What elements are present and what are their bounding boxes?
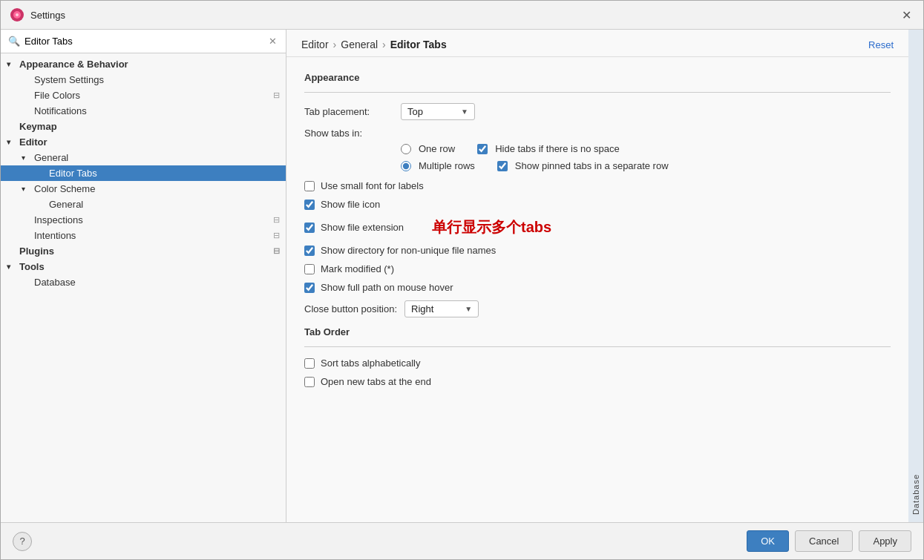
show-file-icon-label: Show file icon: [321, 199, 380, 210]
mark-modified-label: Mark modified (*): [321, 263, 394, 274]
tree-arrow-tools: ▾: [7, 263, 17, 271]
sidebar-item-notifications[interactable]: Notifications: [1, 103, 286, 119]
show-full-path-label: Show full path on mouse hover: [321, 282, 453, 293]
sidebar-item-file-colors[interactable]: File Colors ⊟: [1, 88, 286, 103]
title-bar: Settings ✕: [1, 1, 923, 30]
reset-link[interactable]: Reset: [868, 39, 894, 50]
help-button[interactable]: ?: [13, 532, 32, 551]
sidebar-label-system-settings: System Settings: [34, 74, 104, 85]
sidebar-item-color-scheme-general[interactable]: General: [1, 197, 286, 212]
sidebar-label-appearance-behavior: Appearance & Behavior: [19, 59, 128, 70]
close-button-position-row: Close button position: Right ▼: [304, 300, 891, 317]
show-tabs-in-row: Show tabs in:: [304, 128, 891, 139]
right-edge-bar: Database: [908, 30, 923, 522]
sidebar-item-plugins[interactable]: Plugins ⊟: [1, 243, 286, 259]
sort-tabs-label: Sort tabs alphabetically: [321, 358, 420, 369]
show-full-path-row: Show full path on mouse hover: [304, 282, 891, 293]
right-edge-label: Database: [911, 474, 920, 515]
pin-icon-plugins: ⊟: [273, 246, 280, 256]
sidebar-label-editor-tabs: Editor Tabs: [49, 168, 97, 179]
tab-placement-dropdown[interactable]: Top ▼: [401, 103, 475, 120]
breadcrumb-sep-2: ›: [382, 39, 386, 50]
show-file-extension-checkbox[interactable]: [304, 223, 315, 233]
sidebar-label-color-scheme-general: General: [49, 199, 83, 210]
open-new-tabs-row: Open new tabs at the end: [304, 376, 891, 387]
sidebar-item-editor-tabs[interactable]: Editor Tabs: [1, 165, 286, 181]
sidebar-label-intentions: Intentions: [34, 230, 76, 241]
breadcrumb: Editor › General › Editor Tabs: [301, 39, 447, 50]
show-pinned-label: Show pinned tabs in a separate row: [515, 160, 669, 171]
show-directory-checkbox[interactable]: [304, 246, 315, 256]
tab-placement-label: Tab placement:: [304, 106, 393, 117]
title-bar-left: Settings: [10, 7, 65, 22]
sidebar-label-tools: Tools: [19, 261, 45, 272]
sidebar-item-color-scheme[interactable]: ▾ Color Scheme: [1, 181, 286, 197]
ok-button[interactable]: OK: [747, 530, 789, 552]
show-file-extension-row: Show file extension 单行显示多个tabs: [304, 217, 891, 237]
tab-order-section-title: Tab Order: [304, 326, 891, 337]
search-input[interactable]: [24, 36, 263, 47]
search-icon: 🔍: [8, 36, 20, 47]
sidebar-item-database[interactable]: Database: [1, 274, 286, 290]
pin-icon-intentions: ⊟: [273, 231, 280, 240]
sort-tabs-checkbox[interactable]: [304, 358, 315, 369]
cancel-button[interactable]: Cancel: [795, 530, 853, 552]
mark-modified-row: Mark modified (*): [304, 263, 891, 274]
show-directory-row: Show directory for non-unique file names: [304, 245, 891, 256]
hide-tabs-label: Hide tabs if there is no space: [495, 143, 620, 154]
close-button-position-dropdown[interactable]: Right ▼: [404, 300, 479, 317]
sidebar-item-keymap[interactable]: Keymap: [1, 119, 286, 134]
one-row-label: One row: [419, 143, 455, 154]
main-body: 🔍 ✕ ▾ Appearance & Behavior System Setti…: [1, 30, 923, 522]
sidebar-label-plugins: Plugins: [19, 246, 54, 257]
breadcrumb-general: General: [341, 39, 378, 50]
multiple-rows-label: Multiple rows: [419, 160, 475, 171]
content-scroll: Appearance Tab placement: Top ▼ Show tab…: [286, 57, 908, 522]
hide-tabs-checkbox[interactable]: [477, 144, 488, 154]
close-button[interactable]: ✕: [898, 7, 914, 23]
show-full-path-checkbox[interactable]: [304, 283, 315, 293]
show-pinned-checkbox[interactable]: [497, 161, 508, 171]
tree-arrow-general: ▾: [22, 154, 32, 162]
sort-tabs-row: Sort tabs alphabetically: [304, 358, 891, 369]
sidebar-item-inspections[interactable]: Inspections ⊟: [1, 212, 286, 228]
search-bar: 🔍 ✕: [1, 30, 286, 53]
show-file-icon-checkbox[interactable]: [304, 200, 315, 210]
open-new-tabs-checkbox[interactable]: [304, 377, 315, 387]
tree-arrow-appearance: ▾: [7, 60, 17, 68]
sidebar-label-color-scheme: Color Scheme: [34, 183, 95, 194]
sidebar-item-system-settings[interactable]: System Settings: [1, 72, 286, 88]
close-button-arrow-icon: ▼: [465, 305, 472, 313]
show-file-extension-label: Show file extension: [321, 222, 404, 233]
show-file-icon-row: Show file icon: [304, 199, 891, 210]
appearance-divider: [304, 92, 891, 93]
open-new-tabs-label: Open new tabs at the end: [321, 376, 431, 387]
breadcrumb-editor: Editor: [301, 39, 329, 50]
one-row-radio[interactable]: [401, 144, 411, 154]
footer-left: ?: [13, 532, 32, 551]
settings-dialog: Settings ✕ 🔍 ✕ ▾ Appearance & Behavior S: [0, 0, 924, 560]
sidebar: 🔍 ✕ ▾ Appearance & Behavior System Setti…: [1, 30, 286, 522]
sidebar-item-tools[interactable]: ▾ Tools: [1, 259, 286, 274]
sidebar-item-general[interactable]: ▾ General: [1, 150, 286, 165]
sidebar-item-intentions[interactable]: Intentions ⊟: [1, 228, 286, 243]
use-small-font-checkbox[interactable]: [304, 181, 315, 191]
multiple-rows-radio[interactable]: [401, 161, 411, 171]
multiple-rows-radio-row: Multiple rows Show pinned tabs in a sepa…: [401, 160, 891, 171]
tree-arrow-editor: ▾: [7, 138, 17, 146]
close-button-position-value: Right: [411, 303, 433, 314]
appearance-section-title: Appearance: [304, 72, 891, 83]
sidebar-tree: ▾ Appearance & Behavior System Settings …: [1, 53, 286, 522]
sidebar-label-general: General: [34, 152, 68, 163]
pin-icon-inspections: ⊟: [273, 215, 280, 225]
mark-modified-checkbox[interactable]: [304, 264, 315, 274]
sidebar-label-editor: Editor: [19, 136, 47, 148]
sidebar-item-editor[interactable]: ▾ Editor: [1, 134, 286, 150]
radio-group-container: One row Hide tabs if there is no space M…: [304, 143, 891, 171]
tab-placement-row: Tab placement: Top ▼: [304, 103, 891, 120]
search-clear-icon[interactable]: ✕: [267, 36, 278, 47]
sidebar-label-database: Database: [34, 277, 76, 288]
footer: ? OK Cancel Apply: [1, 522, 923, 559]
apply-button[interactable]: Apply: [859, 530, 911, 552]
sidebar-item-appearance-behavior[interactable]: ▾ Appearance & Behavior: [1, 56, 286, 72]
